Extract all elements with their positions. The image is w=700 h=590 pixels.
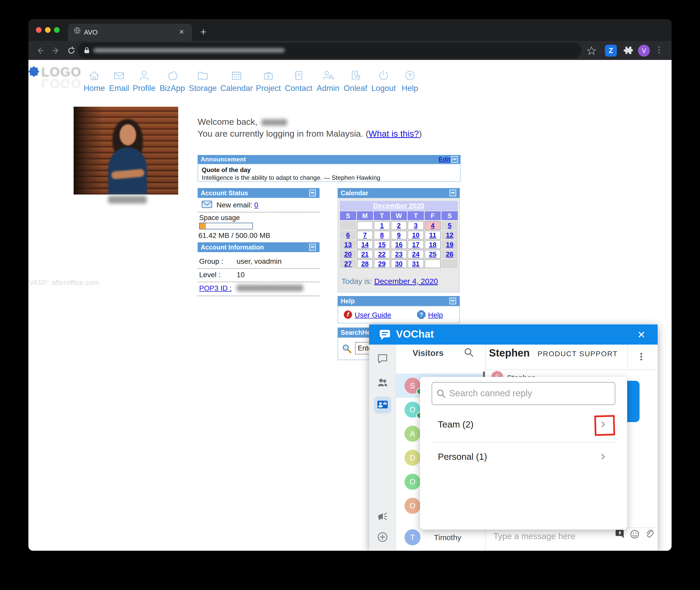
pop3-id-link[interactable]: POP3 ID : — [199, 284, 232, 292]
calendar-day[interactable]: 10 — [408, 231, 424, 239]
calendar-title: Calendar — [341, 189, 368, 197]
calendar-day[interactable]: 8 — [374, 231, 390, 239]
announcement-title: Announcement — [201, 156, 246, 163]
account-info-collapse-button[interactable] — [309, 244, 316, 251]
new-tab-button[interactable]: + — [200, 26, 207, 38]
calendar-day[interactable]: 18 — [425, 240, 441, 249]
screenshot-root: AVO ✕ + Z V LOGO LOGO — [0, 0, 700, 590]
visitor-avatar[interactable]: O — [404, 498, 420, 514]
visitors-search-icon[interactable] — [464, 347, 474, 358]
calendar-day-headers: S M T W T F S — [340, 211, 458, 220]
close-window-button[interactable] — [36, 27, 41, 33]
calendar-day[interactable]: 31 — [408, 259, 424, 268]
user-guide-link[interactable]: User Guide — [355, 311, 391, 319]
canned-search-input[interactable] — [449, 388, 594, 399]
nav-item-help[interactable]: ? Help — [392, 69, 428, 93]
account-status-collapse-button[interactable] — [309, 190, 316, 196]
quote-heading: Quote of the day — [202, 166, 251, 174]
canned-personal-item[interactable]: Personal (1) — [438, 452, 487, 462]
calendar-day[interactable]: 22 — [374, 250, 390, 259]
calendar-day[interactable]: 26 — [441, 250, 458, 259]
visitor-avatar[interactable]: A — [404, 426, 420, 442]
vochat-close-icon[interactable]: ✕ — [637, 329, 645, 340]
zoom-window-button[interactable] — [54, 27, 60, 33]
profile-avatar[interactable]: V — [638, 45, 650, 57]
calendar-day — [357, 221, 373, 230]
calendar-day[interactable]: 5 — [441, 221, 458, 230]
calendar-month-link[interactable]: December 2020 — [373, 202, 424, 210]
calendar-day[interactable]: 29 — [374, 259, 390, 268]
broadcast-megaphone-icon[interactable] — [377, 511, 389, 522]
calendar-day[interactable]: 30 — [391, 259, 407, 268]
calendar-day[interactable]: 25 — [425, 250, 441, 259]
calendar-day[interactable]: 14 — [357, 240, 373, 249]
what-is-this-link[interactable]: What is this? — [369, 129, 419, 138]
calendar-day[interactable]: 16 — [391, 240, 407, 249]
announcement-edit-link[interactable]: Edit — [438, 156, 450, 163]
nav-item-storage[interactable]: Storage — [185, 69, 221, 93]
canned-reply-popup: Team (2) › Personal (1) › — [420, 377, 627, 529]
project-briefcase-icon — [262, 69, 275, 82]
calendar-day[interactable]: 23 — [391, 250, 407, 259]
url-field[interactable] — [78, 42, 582, 58]
back-icon[interactable] — [36, 46, 45, 55]
visitors-tab-icon[interactable] — [377, 376, 389, 388]
calendar-day[interactable]: 13 — [340, 240, 356, 249]
visitor-avatar[interactable]: O — [404, 474, 420, 490]
nav-item-calendar[interactable]: Calendar — [218, 69, 255, 93]
visitor-name[interactable]: Timothy — [434, 533, 461, 542]
visitor-avatar[interactable]: T — [404, 529, 420, 545]
calendar-day[interactable]: 19 — [441, 240, 458, 249]
calendar-day[interactable]: 21 — [357, 250, 373, 259]
reload-icon[interactable] — [67, 46, 76, 55]
tab-close-icon[interactable]: ✕ — [179, 28, 184, 36]
tab-title: AVO — [84, 28, 98, 36]
message-input[interactable] — [493, 531, 605, 542]
contacts-tab-active[interactable] — [374, 397, 391, 413]
canned-search-box[interactable] — [432, 382, 615, 405]
calendar-day[interactable]: 15 — [374, 240, 390, 249]
nav-label: Project — [256, 84, 281, 93]
announcement-collapse-button[interactable] — [451, 156, 458, 163]
calendar-day[interactable]: 17 — [408, 240, 424, 249]
calendar-day[interactable]: 1 — [374, 221, 390, 230]
extensions-puzzle-icon[interactable] — [622, 45, 633, 56]
help-link[interactable]: Help — [428, 311, 443, 319]
calendar-day[interactable]: 12 — [441, 231, 458, 239]
browser-tab[interactable]: AVO ✕ — [68, 24, 192, 41]
today-date-link[interactable]: December 4, 2020 — [374, 277, 438, 285]
attachment-paperclip-icon[interactable] — [644, 529, 654, 539]
new-email-count-link[interactable]: 0 — [254, 201, 258, 209]
calendar-day[interactable]: 7 — [357, 231, 373, 239]
vochat-header[interactable]: VOChat ✕ — [369, 324, 658, 345]
bookmark-star-icon[interactable] — [587, 46, 596, 55]
extension-z-icon[interactable]: Z — [605, 45, 617, 57]
calendar-day[interactable]: 3 — [408, 221, 424, 230]
calendar-day[interactable]: 11 — [425, 231, 441, 239]
forward-icon[interactable] — [51, 46, 61, 55]
group-value: user, voadmin — [236, 257, 282, 266]
canned-reply-icon[interactable] — [615, 529, 625, 539]
calendar-day[interactable]: 27 — [340, 259, 356, 268]
calendar-day[interactable]: 6 — [340, 231, 356, 239]
calendar-day[interactable]: 2 — [391, 221, 407, 230]
chrome-menu-icon[interactable] — [658, 45, 660, 55]
welcome-line1: Welcome back, — [198, 117, 258, 126]
calendar-day[interactable]: 28 — [357, 259, 373, 268]
chat-menu-icon[interactable] — [640, 352, 642, 361]
visitor-avatar[interactable]: D — [404, 450, 420, 466]
emoji-icon[interactable] — [630, 529, 639, 539]
calendar-day[interactable]: 24 — [408, 250, 424, 259]
separator — [198, 268, 319, 269]
chats-tab-icon[interactable] — [377, 353, 389, 365]
personal-chevron-icon[interactable]: › — [601, 448, 605, 464]
add-plus-icon[interactable] — [377, 531, 389, 543]
calendar-day-today[interactable]: 4 — [425, 221, 441, 230]
help-collapse-button[interactable] — [449, 298, 456, 304]
canned-team-item[interactable]: Team (2) — [438, 419, 474, 429]
calendar-day[interactable]: 20 — [340, 250, 356, 259]
calendar-collapse-button[interactable] — [449, 190, 456, 196]
minimize-window-button[interactable] — [45, 27, 51, 33]
calendar-day[interactable]: 9 — [391, 231, 407, 239]
svg-text:?: ? — [408, 72, 412, 79]
